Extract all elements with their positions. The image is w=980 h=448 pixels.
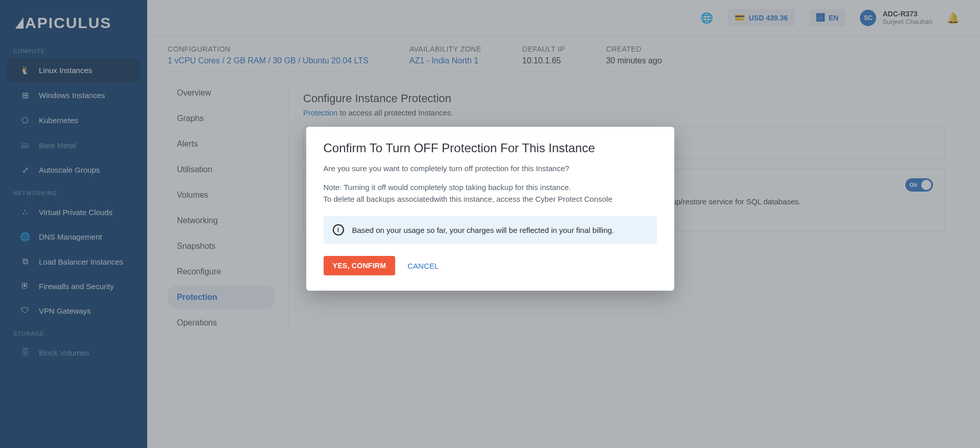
modal-title: Confirm To Turn OFF Protection For This …: [324, 141, 657, 155]
modal-info-text: Based on your usage so far, your charges…: [352, 226, 614, 234]
modal-question: Are you sure you want to completely turn…: [324, 162, 657, 174]
modal-info-box: i Based on your usage so far, your charg…: [324, 216, 657, 244]
info-icon: i: [333, 224, 344, 235]
confirm-button[interactable]: YES, CONFIRM: [324, 256, 396, 275]
modal-note: Note: Turning it off would completely st…: [324, 181, 657, 205]
modal-actions: YES, CONFIRM CANCEL: [324, 256, 657, 275]
cancel-button[interactable]: CANCEL: [407, 262, 439, 270]
modal-overlay: Confirm To Turn OFF Protection For This …: [0, 0, 980, 448]
confirm-modal: Confirm To Turn OFF Protection For This …: [306, 127, 674, 291]
